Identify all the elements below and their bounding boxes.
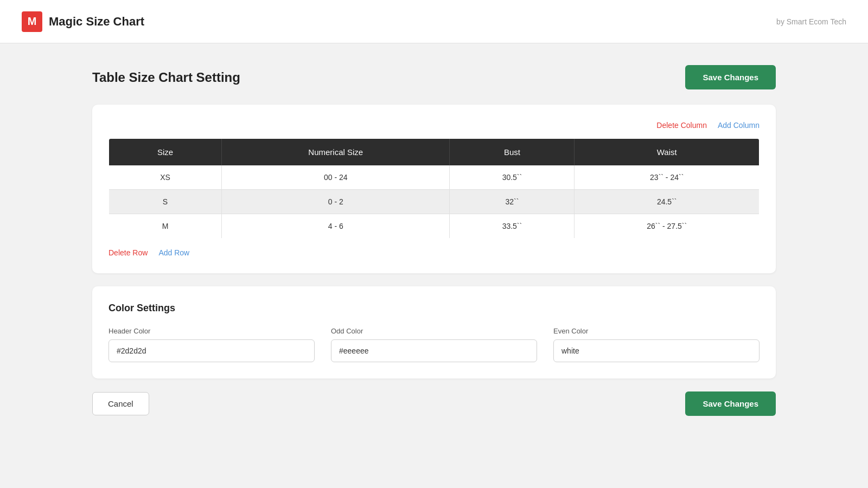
table-header: Size Numerical Size Bust Waist [109,139,760,166]
table-cell-0-2: 30.5`` [450,165,575,190]
table-column-controls: Delete Column Add Column [108,121,760,130]
odd-color-label: Odd Color [331,327,537,335]
col-header-numerical-size: Numerical Size [222,139,450,166]
header-color-field: Header Color [108,327,315,362]
col-header-size: Size [109,139,222,166]
odd-color-field: Odd Color [331,327,537,362]
add-column-button[interactable]: Add Column [718,121,760,130]
delete-column-button[interactable]: Delete Column [656,121,707,130]
table-cell-1-0: S [109,190,222,214]
page-header-row: Table Size Chart Setting Save Changes [92,65,776,89]
table-cell-1-2: 32`` [450,190,575,214]
table-cell-1-3: 24.5`` [575,190,760,214]
page-title: Table Size Chart Setting [92,70,240,85]
table-cell-1-1: 0 - 2 [222,190,450,214]
save-changes-button-bottom[interactable]: Save Changes [685,391,776,416]
table-cell-0-1: 00 - 24 [222,165,450,190]
table-row: M4 - 633.5``26`` - 27.5`` [109,214,760,239]
col-header-waist: Waist [575,139,760,166]
color-fields-row: Header Color Odd Color Even Color [108,327,760,362]
color-settings-title: Color Settings [108,303,760,314]
table-cell-0-0: XS [109,165,222,190]
header-color-label: Header Color [108,327,315,335]
table-cell-2-2: 33.5`` [450,214,575,239]
even-color-input[interactable] [553,339,760,362]
footer-row: Cancel Save Changes [92,391,776,427]
table-cell-2-1: 4 - 6 [222,214,450,239]
table-header-row: Size Numerical Size Bust Waist [109,139,760,166]
even-color-field: Even Color [553,327,760,362]
add-row-button[interactable]: Add Row [158,248,189,257]
table-row-controls: Delete Row Add Row [108,248,760,257]
logo-section: M Magic Size Chart [22,11,144,32]
table-row: S0 - 232``24.5`` [109,190,760,214]
table-body: XS00 - 2430.5``23`` - 24``S0 - 232``24.5… [109,165,760,239]
app-name: Magic Size Chart [49,15,144,29]
header-byline: by Smart Ecom Tech [776,17,846,26]
color-settings-card: Color Settings Header Color Odd Color Ev… [92,286,776,378]
even-color-label: Even Color [553,327,760,335]
cancel-button[interactable]: Cancel [92,392,149,415]
col-header-bust: Bust [450,139,575,166]
app-header: M Magic Size Chart by Smart Ecom Tech [0,0,868,43]
logo-icon: M [22,11,42,32]
table-cell-2-3: 26`` - 27.5`` [575,214,760,239]
odd-color-input[interactable] [331,339,537,362]
size-chart-table: Size Numerical Size Bust Waist XS00 - 24… [108,138,760,239]
save-changes-button-top[interactable]: Save Changes [685,65,776,89]
table-cell-0-3: 23`` - 24`` [575,165,760,190]
delete-row-button[interactable]: Delete Row [108,248,148,257]
table-cell-2-0: M [109,214,222,239]
table-card: Delete Column Add Column Size Numerical … [92,105,776,273]
main-content: Table Size Chart Setting Save Changes De… [0,43,868,448]
header-color-input[interactable] [108,339,315,362]
table-row: XS00 - 2430.5``23`` - 24`` [109,165,760,190]
